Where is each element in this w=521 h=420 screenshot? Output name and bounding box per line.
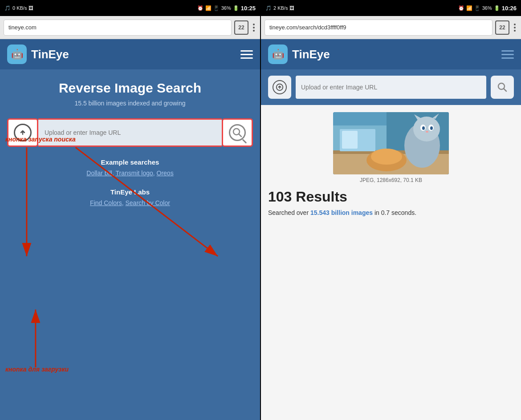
results-search-input[interactable]	[296, 76, 486, 99]
alarm-icon: ⏰	[197, 5, 204, 11]
left-status-bar: 🎵 0 KB/s 🖼 ⏰ 📶 📱 36% 🔋 10:25	[0, 0, 260, 16]
svg-point-18	[371, 149, 402, 165]
results-count: 103 Results	[268, 189, 514, 205]
right-phone-panel: 🎵 2 KB/s 🖼 ⏰ 📶 📱 36% 🔋 10:26 tineye.com/…	[261, 0, 521, 420]
right-browser-bar: tineye.com/search/dcd3ffff0ff9 22	[261, 16, 521, 39]
right-status-left-icons: 🎵 2 KB/s 🖼	[265, 5, 294, 11]
labs-title: TinEye Labs	[9, 188, 251, 196]
svg-point-27	[426, 131, 428, 133]
tineye-right-header: 🤖 TinEye	[261, 39, 521, 69]
search-bar-left	[7, 118, 253, 147]
upload-button-left[interactable]	[7, 118, 38, 147]
battery-icon-right: 🔋	[494, 5, 500, 11]
results-upload-icon	[273, 80, 287, 94]
results-highlight: 15.543 billion images	[310, 209, 373, 216]
search-input-left[interactable]	[38, 118, 222, 147]
results-upload-button[interactable]	[268, 76, 291, 99]
image-icon-right: 🖼	[289, 5, 294, 11]
right-tab-count[interactable]: 22	[495, 20, 509, 35]
music-icon: 🎵	[4, 5, 11, 11]
kb-counter: 0 KB/s	[12, 5, 27, 11]
tineye-logo-text-right: TinEye	[292, 48, 330, 61]
left-time: 10:25	[241, 5, 256, 12]
hamburger-menu-left[interactable]	[240, 50, 253, 59]
labs-search-by-color[interactable]: Search by Color	[125, 199, 170, 206]
searched-image-container: JPEG, 1286x692, 70.1 KB	[268, 112, 514, 183]
svg-point-26	[430, 126, 433, 130]
tineye-logo-text-left: TinEye	[31, 48, 69, 61]
example-links: Dollar bill, Transmit logo, Oreos	[9, 170, 251, 177]
signal-icon-right: 📱	[474, 5, 480, 11]
results-body: JPEG, 1286x692, 70.1 KB 103 Results Sear…	[261, 105, 521, 420]
tineye-logo-icon-left: 🤖	[7, 44, 27, 64]
alarm-icon-right: ⏰	[458, 5, 464, 11]
searched-image-box	[333, 112, 449, 174]
upload-icon-left	[14, 124, 32, 141]
svg-line-11	[504, 89, 506, 91]
image-meta: JPEG, 1286x692, 70.1 KB	[360, 177, 422, 183]
svg-point-20	[413, 117, 440, 141]
hero-subtitle: 15.5 billion images indexed and growing	[9, 100, 251, 107]
svg-line-1	[239, 134, 241, 137]
left-browser-menu[interactable]	[251, 22, 256, 33]
battery-percent-right: 36%	[482, 5, 492, 11]
example-transmit-logo[interactable]: Transmit logo	[115, 170, 153, 177]
tineye-left-header: 🤖 TinEye	[0, 39, 260, 69]
tineye-home-page: 🤖 TinEye Reverse Image Search 15.5 billi…	[0, 39, 260, 420]
left-page-content: 🤖 TinEye Reverse Image Search 15.5 billi…	[0, 39, 260, 420]
music-icon-right: 🎵	[265, 5, 272, 11]
results-search-icon	[497, 82, 508, 93]
example-title: Example searches	[9, 158, 251, 166]
tineye-logo-right: 🤖 TinEye	[268, 44, 330, 64]
svg-point-25	[422, 126, 425, 130]
results-description: Searched over 15.543 billion images in 0…	[268, 208, 514, 218]
results-search-go-button[interactable]	[491, 76, 514, 99]
hamburger-menu-right[interactable]	[501, 50, 514, 59]
kb-counter-right: 2 KB/s	[273, 5, 288, 11]
left-status-icons: 🎵 0 KB/s 🖼	[4, 5, 33, 11]
example-dollar-bill[interactable]: Dollar bill	[86, 170, 112, 177]
battery-percent-left: 36%	[221, 5, 231, 11]
example-section: Example searches Dollar bill, Transmit l…	[0, 151, 260, 184]
right-browser-menu[interactable]	[512, 22, 517, 33]
labs-links: Find Colors, Search by Color	[9, 199, 251, 206]
results-search-bar	[261, 69, 521, 105]
tineye-logo-left: 🤖 TinEye	[7, 44, 69, 64]
right-status-right-icons: ⏰ 📶 📱 36% 🔋 10:26	[458, 5, 517, 12]
searched-image-svg	[333, 112, 449, 174]
tineye-results-page: 🤖 TinEye	[261, 39, 521, 420]
tineye-hero: Reverse Image Search 15.5 billion images…	[0, 69, 260, 114]
signal-icon: 📱	[213, 5, 220, 11]
right-url-bar[interactable]: tineye.com/search/dcd3ffff0ff9	[265, 20, 493, 36]
wifi-icon: 📶	[205, 5, 212, 11]
right-status-bar: 🎵 2 KB/s 🖼 ⏰ 📶 📱 36% 🔋 10:26	[261, 0, 521, 16]
svg-rect-29	[342, 131, 358, 149]
search-icon-left	[229, 124, 246, 141]
right-status-icons: ⏰ 📶 📱 36% 🔋 10:25	[197, 5, 256, 12]
right-time: 10:26	[502, 5, 517, 12]
left-browser-bar: tineye.com 22	[0, 16, 260, 39]
search-go-button-left[interactable]	[222, 118, 253, 147]
right-page-content: 🤖 TinEye	[261, 39, 521, 420]
results-desc-prefix: Searched over	[268, 209, 310, 216]
tineye-logo-icon-right: 🤖	[268, 44, 288, 64]
left-tab-count[interactable]: 22	[234, 20, 248, 35]
hero-title: Reverse Image Search	[9, 80, 251, 96]
left-phone-panel: 🎵 0 KB/s 🖼 ⏰ 📶 📱 36% 🔋 10:25 tineye.com …	[0, 0, 260, 420]
battery-icon-left: 🔋	[233, 5, 239, 11]
labs-section: TinEye Labs Find Colors, Search by Color	[0, 184, 260, 211]
wifi-icon-right: 📶	[466, 5, 472, 11]
svg-text:кнопка для загрузки: кнопка для загрузки	[5, 366, 69, 373]
left-url-bar[interactable]: tineye.com	[4, 20, 232, 36]
example-oreos[interactable]: Oreos	[157, 170, 174, 177]
image-icon: 🖼	[28, 5, 33, 11]
results-desc-suffix: in 0.7 seconds.	[373, 209, 416, 216]
labs-find-colors[interactable]: Find Colors	[90, 199, 122, 206]
